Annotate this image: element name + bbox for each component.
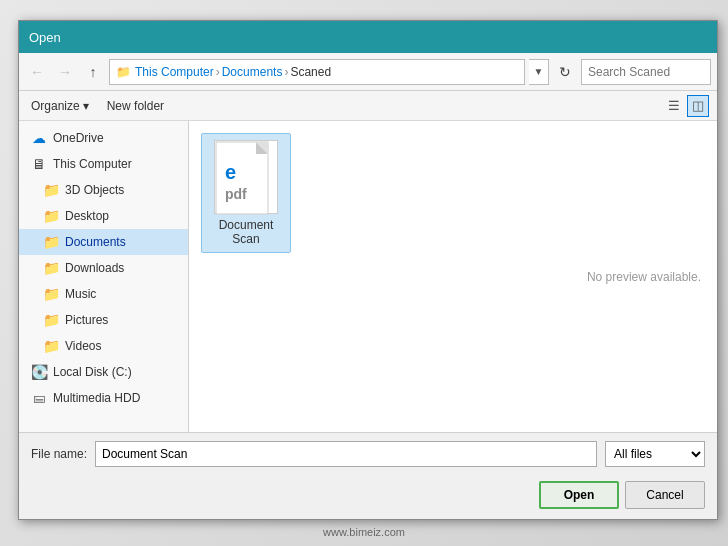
sidebar-label-videos: Videos [65, 339, 101, 353]
open-button[interactable]: Open [539, 481, 619, 509]
filename-input[interactable] [95, 441, 597, 467]
dialog-wrapper: Open ← → ↑ 📁 This Computer › Documents ›… [0, 0, 728, 546]
organize-label: Organize [31, 99, 80, 113]
watermark: www.bimeiz.com [323, 526, 405, 538]
address-part-scaned: Scaned [290, 65, 331, 79]
sidebar-item-3d-objects[interactable]: 📁 3D Objects [19, 177, 188, 203]
search-input[interactable] [581, 59, 711, 85]
view-list-button[interactable]: ☰ [663, 95, 685, 117]
sidebar-item-onedrive[interactable]: ☁ OneDrive [19, 125, 188, 151]
sidebar-label-documents: Documents [65, 235, 126, 249]
organize-arrow: ▾ [83, 99, 89, 113]
sidebar-label-multimedia-hdd: Multimedia HDD [53, 391, 140, 405]
address-part-computer[interactable]: This Computer [135, 65, 214, 79]
view-buttons: ☰ ◫ [663, 95, 709, 117]
pdf-file-icon: e pdf [214, 140, 278, 214]
sidebar-label-onedrive: OneDrive [53, 131, 104, 145]
sidebar-item-downloads[interactable]: 📁 Downloads [19, 255, 188, 281]
pdf-icon-svg: e pdf [215, 141, 279, 215]
sidebar-label-music: Music [65, 287, 96, 301]
folder-3d-icon: 📁 [43, 182, 59, 198]
sidebar-label-pictures: Pictures [65, 313, 108, 327]
address-dropdown-button[interactable]: ▼ [529, 59, 549, 85]
dialog-title: Open [29, 30, 707, 45]
disk-icon: 💽 [31, 364, 47, 380]
file-label: Document Scan [208, 218, 284, 246]
sidebar-label-local-disk: Local Disk (C:) [53, 365, 132, 379]
title-bar: Open [19, 21, 717, 53]
forward-button[interactable]: → [53, 60, 77, 84]
address-icon: 📁 [116, 65, 131, 79]
hdd-icon: 🖴 [31, 390, 47, 406]
back-button[interactable]: ← [25, 60, 49, 84]
cancel-button[interactable]: Cancel [625, 481, 705, 509]
secondary-toolbar: Organize ▾ New folder ☰ ◫ [19, 91, 717, 121]
svg-text:pdf: pdf [225, 186, 247, 202]
sidebar-item-videos[interactable]: 📁 Videos [19, 333, 188, 359]
open-dialog: Open ← → ↑ 📁 This Computer › Documents ›… [18, 20, 718, 520]
folder-music-icon: 📁 [43, 286, 59, 302]
folder-downloads-icon: 📁 [43, 260, 59, 276]
view-grid-button[interactable]: ◫ [687, 95, 709, 117]
file-area: e pdf Document Scan No preview available… [189, 121, 717, 432]
onedrive-icon: ☁ [31, 130, 47, 146]
sidebar-item-multimedia-hdd[interactable]: 🖴 Multimedia HDD [19, 385, 188, 411]
address-part-documents[interactable]: Documents [222, 65, 283, 79]
sidebar-item-documents[interactable]: 📁 Documents [19, 229, 188, 255]
sidebar-label-this-computer: This Computer [53, 157, 132, 171]
file-grid: e pdf Document Scan [201, 133, 705, 253]
filename-label: File name: [31, 447, 87, 461]
address-toolbar: ← → ↑ 📁 This Computer › Documents › Scan… [19, 53, 717, 91]
sidebar-item-local-disk[interactable]: 💽 Local Disk (C:) [19, 359, 188, 385]
buttons-row: Open Cancel [19, 475, 717, 519]
sidebar-label-desktop: Desktop [65, 209, 109, 223]
svg-text:e: e [225, 161, 236, 183]
folder-documents-icon: 📁 [43, 234, 59, 250]
filetype-select[interactable]: All files [605, 441, 705, 467]
sidebar: ☁ OneDrive 🖥 This Computer 📁 3D Objects … [19, 121, 189, 432]
computer-icon: 🖥 [31, 156, 47, 172]
file-item-document-scan[interactable]: e pdf Document Scan [201, 133, 291, 253]
no-preview-text: No preview available. [587, 270, 701, 284]
sidebar-item-music[interactable]: 📁 Music [19, 281, 188, 307]
folder-videos-icon: 📁 [43, 338, 59, 354]
sidebar-label-3d-objects: 3D Objects [65, 183, 124, 197]
up-button[interactable]: ↑ [81, 60, 105, 84]
new-folder-button[interactable]: New folder [103, 97, 168, 115]
sidebar-item-pictures[interactable]: 📁 Pictures [19, 307, 188, 333]
folder-desktop-icon: 📁 [43, 208, 59, 224]
filename-bar: File name: All files [19, 432, 717, 475]
sidebar-label-downloads: Downloads [65, 261, 124, 275]
folder-pictures-icon: 📁 [43, 312, 59, 328]
new-folder-label: New folder [107, 99, 164, 113]
content-area: ☁ OneDrive 🖥 This Computer 📁 3D Objects … [19, 121, 717, 432]
sidebar-item-desktop[interactable]: 📁 Desktop [19, 203, 188, 229]
address-bar[interactable]: 📁 This Computer › Documents › Scaned [109, 59, 525, 85]
refresh-button[interactable]: ↻ [553, 60, 577, 84]
sidebar-item-this-computer[interactable]: 🖥 This Computer [19, 151, 188, 177]
organize-button[interactable]: Organize ▾ [27, 97, 93, 115]
